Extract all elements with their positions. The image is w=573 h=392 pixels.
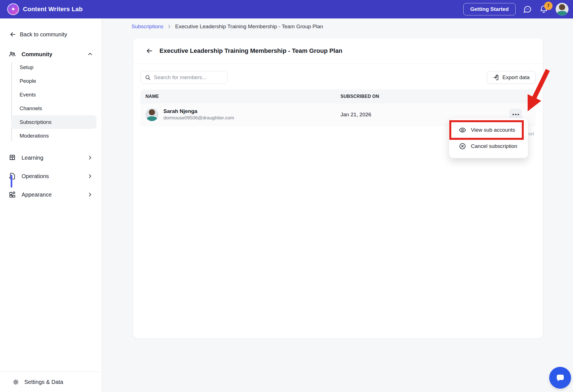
community-subnav: Setup People Events Channels Subscriptio… (0, 60, 102, 143)
export-data-label: Export data (502, 74, 530, 81)
breadcrumb: Subscriptions Executive Leadership Train… (131, 23, 323, 30)
chat-widget-button[interactable] (549, 367, 571, 389)
sidebar-section-learning[interactable]: Learning (0, 149, 102, 166)
sidebar-item-channels[interactable]: Channels (0, 101, 102, 115)
sidebar-item-moderations-label: Moderations (20, 133, 49, 139)
menu-item-view-sub-accounts[interactable]: View sub accounts (449, 122, 528, 138)
member-cell: Sarah Njenga dormouse09506@draughtier.co… (145, 108, 340, 121)
member-avatar (145, 108, 158, 121)
sidebar-item-events[interactable]: Events (0, 88, 102, 101)
back-button[interactable] (144, 46, 154, 56)
community-logo-icon: ✦ (7, 3, 19, 15)
member-search[interactable] (140, 71, 228, 84)
chat-widget-bubble-icon (555, 372, 566, 383)
column-name: NAME (145, 94, 340, 99)
sidebar-item-events-label: Events (20, 92, 36, 98)
breadcrumb-subscriptions-link[interactable]: Subscriptions (131, 23, 163, 30)
row-context-menu: View sub accounts Cancel subscription (449, 118, 528, 158)
sidebar-section-operations[interactable]: Operations (0, 168, 102, 185)
notifications-button[interactable]: 7 (539, 5, 548, 14)
view-sub-accounts-label: View sub accounts (471, 127, 515, 133)
chevron-right-icon (87, 192, 93, 198)
subscription-detail-card: Executive Leadership Training Membership… (133, 38, 543, 339)
arrow-left-icon (9, 31, 17, 38)
selected-indicator-bar (11, 175, 12, 188)
header-actions: Getting Started (463, 3, 569, 16)
arrow-left-icon (145, 47, 153, 55)
top-header: ✦ Content Writers Lab Getting Started (0, 0, 573, 18)
sidebar-item-subscriptions-label: Subscriptions (20, 119, 51, 125)
sidebar-section-community[interactable]: Community (0, 50, 102, 58)
search-icon (145, 74, 151, 81)
sidebar-item-moderations[interactable]: Moderations (0, 129, 102, 143)
x-circle-icon (459, 142, 466, 150)
sidebar-section-operations-label: Operations (22, 173, 87, 180)
sidebar-item-setup-label: Setup (20, 64, 34, 70)
export-icon (493, 74, 499, 81)
community-name: Content Writers Lab (23, 6, 83, 13)
sparkle-icon: ✦ (11, 6, 16, 13)
layout-grid-icon (8, 191, 16, 199)
sidebar-section-learning-label: Learning (22, 155, 87, 161)
chevron-up-icon (87, 51, 93, 57)
search-input[interactable] (154, 74, 224, 81)
getting-started-button[interactable]: Getting Started (463, 3, 516, 15)
sidebar-item-channels-label: Channels (20, 105, 42, 112)
ellipsis-icon (513, 114, 514, 115)
plan-title: Executive Leadership Training Membership… (159, 47, 342, 55)
gear-icon (12, 378, 20, 386)
settings-and-data-link[interactable]: Settings & Data (0, 372, 102, 392)
card-header: Executive Leadership Training Membership… (133, 38, 543, 64)
member-name: Sarah Njenga (163, 108, 234, 114)
member-identity: Sarah Njenga dormouse09506@draughtier.co… (163, 108, 234, 121)
table-header-row: NAME SUBSCRIBED ON (140, 89, 536, 103)
sidebar-section-appearance-label: Appearance (22, 192, 87, 198)
back-to-community-label: Back to community (20, 31, 67, 38)
table-toolbar: Export data (133, 64, 543, 89)
sidebar-item-subscriptions[interactable]: Subscriptions (11, 115, 97, 129)
menu-item-cancel-subscription[interactable]: Cancel subscription (449, 138, 528, 154)
breadcrumb-chevron-icon (167, 24, 172, 29)
brand: ✦ Content Writers Lab (7, 3, 83, 15)
chevron-right-icon (87, 173, 93, 179)
user-avatar[interactable] (556, 3, 569, 16)
cancel-subscription-label: Cancel subscription (471, 143, 517, 149)
chat-bubble-icon (523, 5, 532, 14)
export-data-button[interactable]: Export data (487, 71, 536, 84)
chevron-right-icon (87, 155, 93, 161)
back-to-community-link[interactable]: Back to community (0, 18, 102, 38)
column-subscribed-on: SUBSCRIBED ON (340, 94, 509, 99)
app-screen: ✦ Content Writers Lab Getting Started (0, 0, 573, 392)
notification-count-badge: 7 (544, 2, 553, 10)
book-icon (8, 154, 16, 162)
admin-sidebar: Back to community Community Setup (0, 18, 102, 392)
eye-icon (459, 126, 466, 134)
sidebar-item-setup[interactable]: Setup (0, 60, 102, 74)
sidebar-item-people-label: People (20, 78, 36, 84)
community-icon (8, 50, 16, 58)
sidebar-section-community-label: Community (22, 51, 87, 58)
member-email: dormouse09506@draughtier.com (163, 115, 234, 121)
sidebar-item-people[interactable]: People (0, 74, 102, 88)
settings-and-data-label: Settings & Data (24, 379, 63, 385)
breadcrumb-current: Executive Leadership Training Membership… (175, 23, 323, 30)
sidebar-section-appearance[interactable]: Appearance (0, 186, 102, 203)
messages-button[interactable] (523, 5, 532, 14)
file-gear-icon (8, 172, 16, 180)
subscribed-on-date: Jan 21, 2026 (340, 112, 509, 118)
